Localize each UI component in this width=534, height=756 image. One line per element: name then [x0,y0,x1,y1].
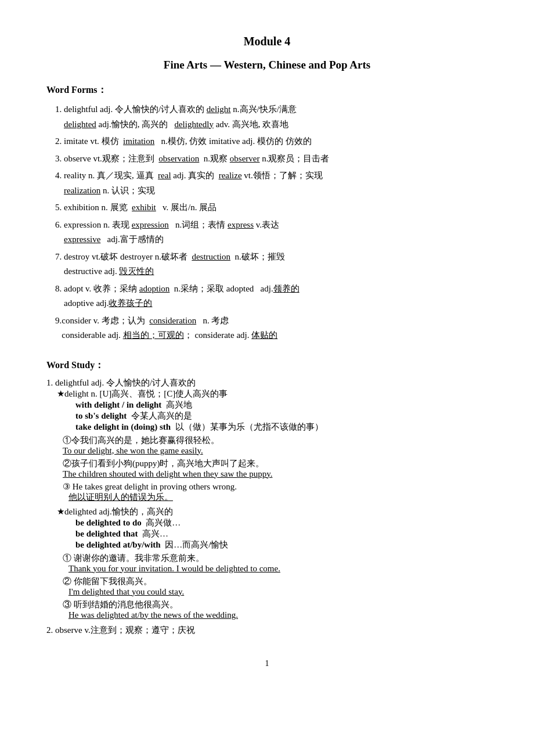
word-form-item-1: delightful adj. 令人愉快的/讨人喜欢的 delight n.高兴… [64,102,488,132]
wf9-considerable: 相当的；可观的 [123,330,184,340]
ws1-delighted-ex3-en: He was delighted at/by the news of the w… [68,610,488,620]
ws1-delighted-ex3-zh: ③ 听到结婚的消息他很高兴。 [63,599,488,610]
module-title: Module 4 [46,35,488,48]
wf1-delight: delight [207,105,231,114]
ws1-phrase-1: with delight / in delight 高兴地 [75,399,488,411]
ws-entry-2: 2. observe v.注意到；观察；遵守；庆祝 [46,625,488,636]
wf7-destructive: 毁灭性的 [119,267,154,276]
wf8-adoptive: 收养孩子的 [109,298,152,308]
ws1-delighted-ex1-zh: ① 谢谢你的邀请。我非常乐意前来。 [63,553,488,564]
ws1-delighted-ex1-en: Thank you for your invitation. I would b… [68,564,488,574]
wf5-exhibit: exhibit [132,203,156,212]
word-form-item-2: imitate vt. 模仿 imitation n.模仿, 仿效 imitat… [64,134,488,149]
wf6-express: express [228,220,254,229]
wf1-text: delightful adj. 令人愉快的/讨人喜欢的 delight n.高兴… [64,105,297,114]
ws1-delighted-phrase-1: be delighted to do 高兴做… [75,517,488,528]
word-form-item-5: exhibition n. 展览 exhibit v. 展出/n. 展品 [64,200,488,215]
subtitle: Fine Arts — Western, Chinese and Pop Art… [46,59,488,71]
wf4-realization: realization [64,186,100,195]
wf1-delighted: delighted [64,120,96,129]
wf6-expression: expression [132,220,169,229]
wf9-considerate: 体贴的 [251,330,277,340]
ws1-example2-en: The children shouted with delight when t… [63,469,488,479]
ws1-delighted-phrase-3: be delighted at/by/with 因…而高兴/愉快 [75,539,488,550]
ws2-title: 2. observe v.注意到；观察；遵守；庆祝 [46,625,488,636]
ws1-delighted-phrase-2: be delighted that 高兴… [75,528,488,539]
word-form-item-7: destroy vt.破坏 destroyer n.破坏者 destructio… [64,250,488,279]
word-form-item-9: 9.consider v. 考虑；认为 consideration n. 考虑 … [55,314,488,343]
ws1-phrase-3: take delight in (doing) sth 以（做）某事为乐（尤指不… [75,422,488,433]
wf2-imitation: imitation [123,136,154,146]
word-forms-title: Word Forms： [46,84,488,96]
word-form-item-6: expression n. 表现 expression n.词组；表情 expr… [64,218,488,247]
word-form-item-3: observe vt.观察；注意到 observation n.观察 obser… [64,152,488,167]
wf8-adopted: 领养的 [273,284,300,293]
wf4-real: real [158,171,171,180]
word-form-item-8: adopt v. 收养；采纳 adoption n.采纳；采取 adopted … [64,282,488,311]
wf3-observation: observation [158,154,199,163]
ws1-star-delighted: ★delighted adj.愉快的，高兴的 [57,506,488,517]
word-forms-section: Word Forms： delightful adj. 令人愉快的/讨人喜欢的 … [46,84,488,343]
ws1-delighted-ex2-en: I'm delighted that you could stay. [68,587,488,597]
ws1-example1-zh: ①令我们高兴的是，她比赛赢得很轻松。 [63,435,488,446]
wf6-expressive: expressive [64,235,100,244]
wf8-adoption: adoption [139,284,170,293]
ws1-example3-en-text: ③ He takes great delight in proving othe… [63,481,488,492]
ws1-delighted-ex2-zh: ② 你能留下我很高兴。 [63,576,488,587]
ws-entry-1: 1. delightful adj. 令人愉快的/讨人喜欢的 ★delight … [46,377,488,620]
ws1-phrase-2: to sb's delight 令某人高兴的是 [75,411,488,422]
word-form-item-4: reality n. 真／现实, 逼真 real adj. 真实的 realiz… [64,168,488,198]
wf1-delightedly: delightedly [174,120,214,129]
ws1-example2-zh: ②孩子们看到小狗(puppy)时，高兴地大声叫了起来。 [63,458,488,469]
ws1-title: 1. delightful adj. 令人愉快的/讨人喜欢的 [46,377,488,388]
wf4-realize: realize [219,171,242,180]
wf3-observer: observer [230,154,260,163]
ws1-example1-en: To our delight, she won the game easily. [63,446,488,456]
ws1-star-delight: ★delight n. [U]高兴、喜悦；[C]使人高兴的事 [57,388,488,399]
word-forms-list: delightful adj. 令人愉快的/讨人喜欢的 delight n.高兴… [46,102,488,343]
wf9-consideration: consideration [149,316,196,325]
wf7-destruction: destruction [192,252,230,261]
page-number: 1 [46,659,488,668]
word-study-title: Word Study： [46,359,488,372]
ws1-example3-zh: 他以证明别人的错误为乐。 [68,492,488,503]
word-study-section: Word Study： 1. delightful adj. 令人愉快的/讨人喜… [46,359,488,636]
